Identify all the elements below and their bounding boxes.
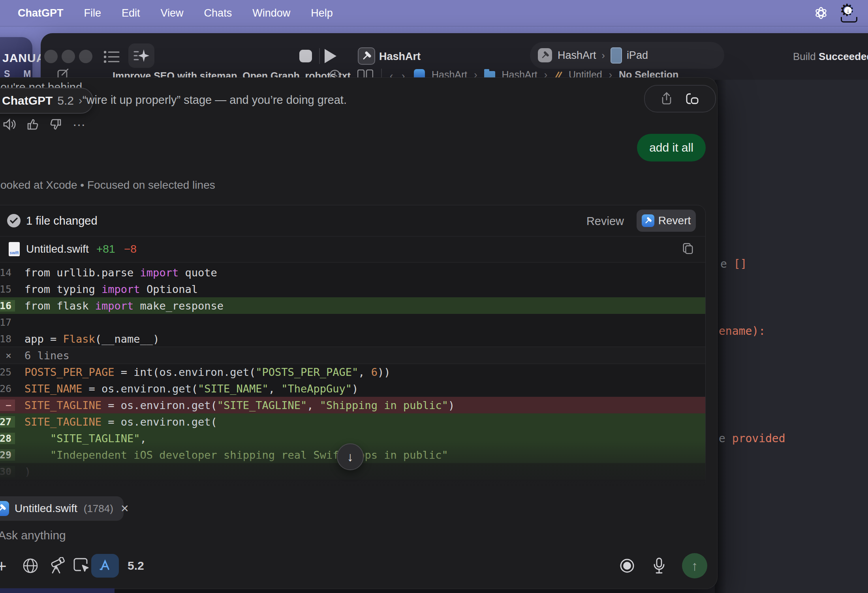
menu-item-view[interactable]: View xyxy=(161,7,184,19)
chip-close-icon[interactable]: ✕ xyxy=(120,503,129,515)
code-row: 27SITE_TAGLINE = os.environ.get( xyxy=(0,413,705,430)
additions-count: +81 xyxy=(96,243,115,255)
deep-research-telescope-icon[interactable] xyxy=(48,557,65,574)
stop-button[interactable] xyxy=(299,50,312,62)
code-row: 18app = Flask(__name__) xyxy=(0,330,705,347)
chip-line-count: (1784) xyxy=(84,503,113,515)
copy-diff-icon[interactable] xyxy=(682,243,693,255)
code-row: 17 xyxy=(0,314,705,330)
model-version: 5.2 xyxy=(57,94,74,107)
code-row: 25POSTS_PER_PAGE = int(os.environ.get("P… xyxy=(0,364,705,380)
menu-item-chats[interactable]: Chats xyxy=(204,7,232,19)
run-button[interactable] xyxy=(325,49,336,63)
code-row: 15from typing import Optional xyxy=(0,281,705,297)
scheme-destination-picker[interactable]: HashArt › iPad xyxy=(530,42,724,69)
files-changed-label: 1 file changed xyxy=(26,214,98,227)
thumbs-down-icon[interactable] xyxy=(49,118,62,131)
composer-model-version: 5.2 xyxy=(128,559,144,572)
share-icon[interactable] xyxy=(661,92,673,105)
ipad-device-icon xyxy=(611,47,622,64)
assistant-message-text: “wire it up properly” stage — and you’re… xyxy=(83,94,347,107)
scroll-to-bottom-button[interactable]: ↓ xyxy=(337,443,364,470)
check-circle-icon xyxy=(7,214,21,227)
code-row: −SITE_TAGLINE = os.environ.get("SITE_TAG… xyxy=(0,397,705,413)
openai-logo-icon[interactable] xyxy=(814,6,829,21)
screen: ChatGPT File Edit View Chats Window Help… xyxy=(0,0,868,593)
editor-code-fragment: e [] xyxy=(720,257,747,270)
editor-code-fragment: ename): xyxy=(719,325,765,338)
model-switcher-pill[interactable]: ChatGPT 5.2 › xyxy=(0,88,93,114)
agent-screen-cursor-icon[interactable] xyxy=(73,557,90,573)
xcode-app-icon xyxy=(0,501,9,516)
menu-item-file[interactable]: File xyxy=(84,7,101,19)
menu-item-help[interactable]: Help xyxy=(311,7,333,19)
code-row: 26SITE_NAME = os.environ.get("SITE_NAME"… xyxy=(0,380,705,397)
menu-item-edit[interactable]: Edit xyxy=(122,7,140,19)
more-actions-icon[interactable]: … xyxy=(72,114,86,129)
send-button[interactable]: ↑ xyxy=(682,553,707,578)
message-actions-row: … xyxy=(0,116,86,132)
traffic-light-close[interactable] xyxy=(44,50,58,63)
project-hammer-icon[interactable] xyxy=(358,47,375,65)
project-tab-name[interactable]: HashArt xyxy=(379,51,421,63)
chip-file-name: Untitled.swift xyxy=(15,502,77,515)
scheme-chevron: › xyxy=(602,50,605,61)
navigator-list-icon[interactable] xyxy=(104,51,120,63)
chevron-right-icon: › xyxy=(79,94,82,107)
window-controls-pill xyxy=(644,85,716,113)
web-search-globe-icon[interactable] xyxy=(23,558,38,574)
model-name: ChatGPT xyxy=(2,94,53,107)
traffic-light-zoom[interactable] xyxy=(79,50,92,63)
composer-placeholder[interactable]: Ask anything xyxy=(0,529,66,542)
scheme-app-icon xyxy=(538,48,552,62)
code-row: 16from flask import make_response xyxy=(0,297,705,314)
software-update-gear-icon[interactable]: ⚙ ↓ xyxy=(839,4,857,23)
menu-item-window[interactable]: Window xyxy=(252,7,290,19)
editor-code-fragment: e provided xyxy=(719,432,785,445)
bottom-widget-strip xyxy=(0,588,115,593)
traffic-light-minimize[interactable] xyxy=(62,50,75,63)
thumbs-up-icon[interactable] xyxy=(26,118,39,131)
calendar-month: JANUA xyxy=(2,51,45,65)
user-message-bubble: add it all xyxy=(637,134,706,161)
diff-card-header: 1 file changed Review Revert xyxy=(0,205,705,236)
xcode-app-icon xyxy=(642,214,654,227)
file-name: Untitled.swift xyxy=(26,243,89,255)
menu-app-name[interactable]: ChatGPT xyxy=(18,7,64,19)
microphone-icon[interactable] xyxy=(653,557,665,574)
revert-button[interactable]: Revert xyxy=(637,210,696,232)
menu-bar: ChatGPT File Edit View Chats Window Help… xyxy=(0,0,868,26)
intelligence-sparkle-icon[interactable] xyxy=(128,43,154,68)
chatgpt-window: ou're not behind. ChatGPT 5.2 › “wire it… xyxy=(0,77,718,589)
activity-status-line: ooked at Xcode • Focused on selected lin… xyxy=(0,179,215,191)
changed-file-row[interactable]: Untitled.swift +81 −8 xyxy=(0,236,705,262)
review-button[interactable]: Review xyxy=(586,215,624,228)
attached-file-chip[interactable]: Untitled.swift (1784) ✕ xyxy=(0,496,124,521)
companion-window-icon[interactable] xyxy=(686,92,699,105)
code-row: 14from urllib.parse import quote xyxy=(0,264,705,281)
xcode-connector-chip[interactable] xyxy=(91,554,119,578)
read-aloud-speaker-icon[interactable] xyxy=(3,118,16,131)
swift-doc-icon xyxy=(9,242,20,256)
scheme-name: HashArt xyxy=(558,49,596,62)
collapsed-lines-row[interactable]: ×6 lines xyxy=(0,347,705,364)
build-status: Build Succeeded xyxy=(793,51,868,63)
attach-plus-icon[interactable]: + xyxy=(0,556,7,576)
deletions-count: −8 xyxy=(124,243,137,255)
toolbar-separator xyxy=(319,48,320,64)
composer-toolbar: + xyxy=(0,554,717,578)
record-icon[interactable] xyxy=(620,558,635,573)
xcode-editor-area: e [] ename): e provided xyxy=(715,80,868,593)
destination-name: iPad xyxy=(627,49,648,62)
